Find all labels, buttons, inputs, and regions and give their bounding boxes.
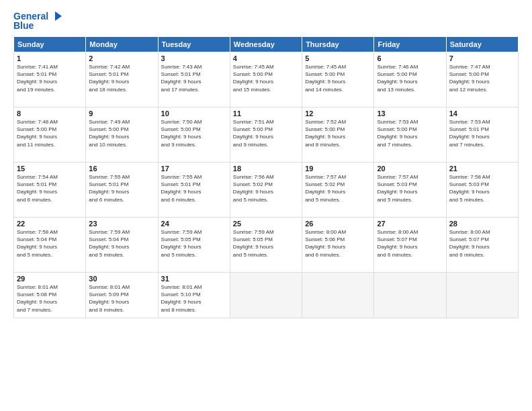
day-info: Sunrise: 7:42 AM Sunset: 5:01 PM Dayligh… bbox=[89, 63, 154, 93]
day-info: Sunrise: 7:43 AM Sunset: 5:01 PM Dayligh… bbox=[161, 63, 227, 93]
day-number: 28 bbox=[449, 220, 515, 228]
calendar-cell: 9Sunrise: 7:49 AM Sunset: 5:00 PM Daylig… bbox=[86, 107, 158, 163]
calendar-cell: 7Sunrise: 7:47 AM Sunset: 5:00 PM Daylig… bbox=[446, 52, 518, 107]
day-info: Sunrise: 7:59 AM Sunset: 5:05 PM Dayligh… bbox=[233, 228, 299, 259]
day-info: Sunrise: 7:53 AM Sunset: 5:01 PM Dayligh… bbox=[449, 118, 515, 148]
day-number: 2 bbox=[89, 54, 154, 62]
calendar-week-row: 8Sunrise: 7:48 AM Sunset: 5:00 PM Daylig… bbox=[14, 107, 519, 163]
day-number: 4 bbox=[233, 54, 299, 62]
calendar-cell: 31Sunrise: 8:01 AM Sunset: 5:10 PM Dayli… bbox=[158, 273, 230, 318]
day-number: 27 bbox=[377, 220, 443, 228]
calendar-cell: 12Sunrise: 7:52 AM Sunset: 5:00 PM Dayli… bbox=[302, 107, 374, 163]
calendar-cell: 22Sunrise: 7:58 AM Sunset: 5:04 PM Dayli… bbox=[14, 218, 86, 273]
logo-blue: Blue bbox=[13, 20, 34, 31]
day-info: Sunrise: 7:52 AM Sunset: 5:00 PM Dayligh… bbox=[305, 118, 371, 148]
day-number: 16 bbox=[89, 165, 154, 173]
day-info: Sunrise: 7:54 AM Sunset: 5:01 PM Dayligh… bbox=[17, 173, 83, 203]
day-number: 13 bbox=[377, 109, 443, 118]
calendar-cell: 14Sunrise: 7:53 AM Sunset: 5:01 PM Dayli… bbox=[446, 107, 518, 163]
day-info: Sunrise: 7:45 AM Sunset: 5:00 PM Dayligh… bbox=[305, 63, 371, 93]
day-info: Sunrise: 7:50 AM Sunset: 5:00 PM Dayligh… bbox=[161, 118, 227, 148]
day-number: 3 bbox=[161, 54, 227, 62]
day-number: 29 bbox=[17, 275, 83, 283]
calendar-cell: 18Sunrise: 7:56 AM Sunset: 5:02 PM Dayli… bbox=[230, 163, 302, 218]
weekday-header: Sunday bbox=[14, 37, 86, 52]
calendar-cell: 2Sunrise: 7:42 AM Sunset: 5:01 PM Daylig… bbox=[86, 52, 158, 107]
day-info: Sunrise: 7:53 AM Sunset: 5:00 PM Dayligh… bbox=[377, 118, 443, 148]
calendar-cell: 10Sunrise: 7:50 AM Sunset: 5:00 PM Dayli… bbox=[158, 107, 230, 163]
calendar-cell bbox=[374, 273, 446, 318]
day-number: 19 bbox=[305, 165, 371, 173]
day-info: Sunrise: 7:51 AM Sunset: 5:00 PM Dayligh… bbox=[233, 118, 299, 148]
day-number: 7 bbox=[449, 54, 515, 62]
calendar-table: SundayMondayTuesdayWednesdayThursdayFrid… bbox=[13, 36, 519, 318]
calendar-cell bbox=[446, 273, 518, 318]
calendar-cell: 28Sunrise: 8:00 AM Sunset: 5:07 PM Dayli… bbox=[446, 218, 518, 273]
calendar-cell bbox=[302, 273, 374, 318]
calendar-week-row: 22Sunrise: 7:58 AM Sunset: 5:04 PM Dayli… bbox=[14, 218, 519, 273]
day-info: Sunrise: 7:57 AM Sunset: 5:02 PM Dayligh… bbox=[305, 173, 371, 203]
weekday-header: Saturday bbox=[446, 37, 518, 52]
day-number: 1 bbox=[17, 54, 83, 62]
weekday-header: Monday bbox=[86, 37, 158, 52]
weekday-header: Tuesday bbox=[158, 37, 230, 52]
calendar-cell: 29Sunrise: 8:01 AM Sunset: 5:08 PM Dayli… bbox=[14, 273, 86, 318]
day-info: Sunrise: 7:48 AM Sunset: 5:00 PM Dayligh… bbox=[17, 118, 83, 148]
weekday-header: Friday bbox=[374, 37, 446, 52]
calendar-cell: 26Sunrise: 8:00 AM Sunset: 5:06 PM Dayli… bbox=[302, 218, 374, 273]
day-info: Sunrise: 7:55 AM Sunset: 5:01 PM Dayligh… bbox=[89, 173, 154, 203]
day-number: 15 bbox=[17, 165, 83, 173]
day-number: 11 bbox=[233, 109, 299, 118]
calendar-cell: 24Sunrise: 7:59 AM Sunset: 5:05 PM Dayli… bbox=[158, 218, 230, 273]
weekday-header: Wednesday bbox=[230, 37, 302, 52]
day-info: Sunrise: 8:00 AM Sunset: 5:06 PM Dayligh… bbox=[305, 228, 371, 259]
day-number: 10 bbox=[161, 109, 227, 118]
day-info: Sunrise: 7:57 AM Sunset: 5:03 PM Dayligh… bbox=[377, 173, 443, 203]
day-info: Sunrise: 7:59 AM Sunset: 5:05 PM Dayligh… bbox=[161, 228, 227, 259]
page: General Blue SundayMondayTuesdayWednesda… bbox=[0, 0, 532, 411]
day-number: 9 bbox=[89, 109, 154, 118]
calendar-cell: 20Sunrise: 7:57 AM Sunset: 5:03 PM Dayli… bbox=[374, 163, 446, 218]
day-number: 30 bbox=[89, 275, 154, 283]
day-info: Sunrise: 7:49 AM Sunset: 5:00 PM Dayligh… bbox=[89, 118, 154, 148]
day-info: Sunrise: 8:01 AM Sunset: 5:09 PM Dayligh… bbox=[89, 283, 154, 314]
day-number: 23 bbox=[89, 220, 154, 228]
day-info: Sunrise: 7:46 AM Sunset: 5:00 PM Dayligh… bbox=[377, 63, 443, 93]
day-info: Sunrise: 8:01 AM Sunset: 5:08 PM Dayligh… bbox=[17, 283, 83, 314]
calendar-cell: 5Sunrise: 7:45 AM Sunset: 5:00 PM Daylig… bbox=[302, 52, 374, 107]
day-number: 14 bbox=[449, 109, 515, 118]
day-info: Sunrise: 7:41 AM Sunset: 5:01 PM Dayligh… bbox=[17, 63, 83, 93]
calendar-cell: 6Sunrise: 7:46 AM Sunset: 5:00 PM Daylig… bbox=[374, 52, 446, 107]
calendar-cell: 15Sunrise: 7:54 AM Sunset: 5:01 PM Dayli… bbox=[14, 163, 86, 218]
day-number: 26 bbox=[305, 220, 371, 228]
calendar-header-row: SundayMondayTuesdayWednesdayThursdayFrid… bbox=[14, 37, 519, 52]
day-info: Sunrise: 8:00 AM Sunset: 5:07 PM Dayligh… bbox=[377, 228, 443, 259]
calendar-cell: 19Sunrise: 7:57 AM Sunset: 5:02 PM Dayli… bbox=[302, 163, 374, 218]
day-number: 20 bbox=[377, 165, 443, 173]
day-info: Sunrise: 7:58 AM Sunset: 5:03 PM Dayligh… bbox=[449, 173, 515, 203]
day-number: 24 bbox=[161, 220, 227, 228]
calendar-cell: 13Sunrise: 7:53 AM Sunset: 5:00 PM Dayli… bbox=[374, 107, 446, 163]
header: General Blue bbox=[13, 11, 519, 31]
calendar-cell: 23Sunrise: 7:59 AM Sunset: 5:04 PM Dayli… bbox=[86, 218, 158, 273]
day-number: 8 bbox=[17, 109, 83, 118]
day-info: Sunrise: 7:58 AM Sunset: 5:04 PM Dayligh… bbox=[17, 228, 83, 259]
calendar-cell: 11Sunrise: 7:51 AM Sunset: 5:00 PM Dayli… bbox=[230, 107, 302, 163]
day-info: Sunrise: 8:01 AM Sunset: 5:10 PM Dayligh… bbox=[161, 283, 227, 314]
calendar-cell: 4Sunrise: 7:45 AM Sunset: 5:00 PM Daylig… bbox=[230, 52, 302, 107]
calendar-cell: 3Sunrise: 7:43 AM Sunset: 5:01 PM Daylig… bbox=[158, 52, 230, 107]
day-number: 18 bbox=[233, 165, 299, 173]
day-number: 31 bbox=[161, 275, 227, 283]
svg-marker-0 bbox=[55, 11, 62, 21]
day-info: Sunrise: 8:00 AM Sunset: 5:07 PM Dayligh… bbox=[449, 228, 515, 259]
day-info: Sunrise: 7:59 AM Sunset: 5:04 PM Dayligh… bbox=[89, 228, 154, 259]
day-info: Sunrise: 7:56 AM Sunset: 5:02 PM Dayligh… bbox=[233, 173, 299, 203]
calendar-cell bbox=[230, 273, 302, 318]
calendar-cell: 30Sunrise: 8:01 AM Sunset: 5:09 PM Dayli… bbox=[86, 273, 158, 318]
logo: General Blue bbox=[13, 11, 62, 31]
day-number: 6 bbox=[377, 54, 443, 62]
day-number: 17 bbox=[161, 165, 227, 173]
logo-arrow-icon bbox=[50, 11, 62, 21]
day-info: Sunrise: 7:45 AM Sunset: 5:00 PM Dayligh… bbox=[233, 63, 299, 93]
calendar-week-row: 1Sunrise: 7:41 AM Sunset: 5:01 PM Daylig… bbox=[14, 52, 519, 107]
